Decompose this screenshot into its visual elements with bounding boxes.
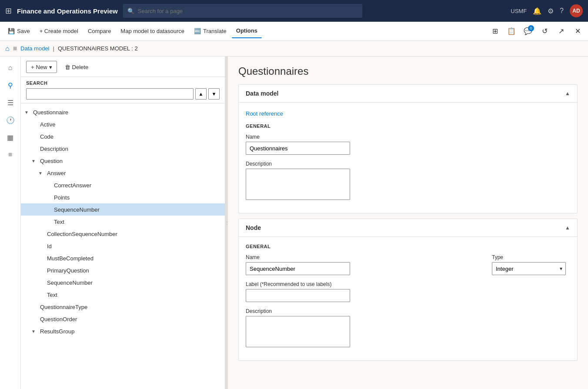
translate-icon: 🔤 (194, 28, 201, 34)
node-type-label: Type (492, 254, 570, 260)
node-label-form-group: Label (*Recommended to use labels) (246, 281, 481, 302)
root-reference-link[interactable]: Root reference (246, 110, 283, 117)
node-type-select-wrapper: IntegerStringBooleanRealDateDateTimeGUID… (492, 262, 566, 275)
avatar[interactable]: AD (570, 4, 583, 17)
node-name-form-group: Name (246, 254, 481, 275)
node-label-input[interactable] (246, 289, 350, 302)
options-button[interactable]: Options (232, 24, 262, 38)
tree-row[interactable]: ▼Question (21, 155, 225, 167)
tree-node-label: Questionnaire (31, 109, 68, 116)
cmd-bar-right: ⊞ 📋 💬 0 ↺ ↗ ✕ (488, 24, 585, 38)
search-bar[interactable]: 🔍 (123, 4, 362, 18)
name-input[interactable] (246, 142, 350, 155)
refresh-button[interactable]: ↺ (538, 24, 551, 38)
search-label: SEARCH (26, 80, 220, 86)
node-description-label: Description (246, 308, 481, 314)
help-icon[interactable]: ? (560, 7, 564, 15)
tree-row[interactable]: SequenceNumber (21, 276, 225, 289)
tree-toggle-icon: ▼ (31, 329, 38, 334)
create-model-button[interactable]: + Create model (35, 24, 83, 38)
tree-row[interactable]: ▼Answer (21, 167, 225, 179)
tree-row[interactable]: CorrectAnswer (21, 179, 225, 191)
description-textarea[interactable] (246, 169, 350, 200)
nav-icon[interactable]: ≡ (13, 45, 17, 53)
tree-row[interactable]: Text (21, 289, 225, 301)
open-new-button[interactable]: ↗ (554, 24, 568, 38)
tree-row[interactable]: CollectionSequenceNumber (21, 228, 225, 240)
tree-row[interactable]: Active (21, 118, 225, 130)
tree-node-label: Text (45, 292, 57, 298)
node-type-form-group: Type IntegerStringBooleanRealDateDateTim… (492, 254, 570, 275)
node-description-textarea[interactable] (246, 316, 350, 347)
recent-button[interactable]: 🕐 (3, 112, 18, 128)
data-model-section-title: Data model (246, 90, 278, 97)
view-button[interactable]: 📋 (504, 24, 518, 38)
grid-icon: ⊞ (5, 6, 12, 16)
tree-row[interactable]: QuestionnaireType (21, 301, 225, 313)
search-prev-button[interactable]: ▲ (195, 88, 207, 100)
list-button[interactable]: ≡ (3, 147, 18, 163)
plus-icon: + (31, 64, 34, 70)
apps-grid-button[interactable]: ⊞ (5, 6, 12, 16)
chevron-down-icon: ▾ (49, 64, 52, 70)
design-mode-button[interactable]: ⊞ (488, 24, 502, 38)
tree-row[interactable]: ▼Questionnaire (21, 106, 225, 118)
node-section-header[interactable]: Node ▲ (239, 219, 577, 237)
save-button[interactable]: 💾 Save (3, 24, 34, 38)
home-icon[interactable]: ⌂ (5, 45, 10, 53)
tree-row[interactable]: Id (21, 240, 225, 252)
top-bar-right: USMF 🔔 ⚙ ? AD (511, 4, 583, 17)
app-title: Finance and Operations Preview (17, 7, 118, 15)
tree-row[interactable]: Code (21, 130, 225, 143)
translate-button[interactable]: 🔤 Translate (190, 24, 231, 38)
compare-button[interactable]: Compare (84, 24, 115, 38)
notification-icon[interactable]: 🔔 (533, 7, 541, 15)
tree-row[interactable]: Text (21, 216, 225, 228)
home-nav-button[interactable]: ⌂ (3, 60, 18, 76)
tree-node-label: CollectionSequenceNumber (45, 231, 117, 237)
tree-row[interactable]: QuestionOrder (21, 313, 225, 325)
tree-content: ▼QuestionnaireActiveCodeDescription▼Ques… (21, 103, 225, 389)
tree-row[interactable]: Points (21, 191, 225, 203)
tree-toolbar: + New ▾ 🗑 Delete (21, 57, 225, 77)
data-model-section-body: Root reference GENERAL Name Description (239, 103, 577, 213)
delete-button[interactable]: 🗑 Delete (60, 61, 93, 73)
main-layout: ⌂ ⚲ ☰ 🕐 ▦ ≡ + New ▾ 🗑 Delete SEARCH ▲ ▼ (0, 57, 588, 389)
breadcrumb: ⌂ ≡ Data model | QUESTIONNAIRES MODEL : … (0, 41, 588, 57)
search-input[interactable] (138, 8, 358, 14)
page-title: Questionnaires (238, 65, 578, 77)
data-model-section-header[interactable]: Data model ▲ (239, 85, 577, 103)
breadcrumb-link[interactable]: Data model (20, 45, 49, 52)
tree-node-label: Description (38, 146, 68, 152)
new-button[interactable]: + New ▾ (26, 61, 57, 73)
tree-row[interactable]: Description (21, 143, 225, 155)
tree-row[interactable]: MustBeCompleted (21, 252, 225, 264)
tree-row[interactable]: PrimaryQuestion (21, 264, 225, 276)
map-model-button[interactable]: Map model to datasource (116, 24, 189, 38)
node-collapse-icon: ▲ (565, 225, 570, 231)
tree-node-label: PrimaryQuestion (45, 267, 89, 274)
node-general-label: GENERAL (246, 244, 570, 249)
tree-row[interactable]: ▼ResultsGroup (21, 325, 225, 337)
badge-count: 0 (528, 25, 534, 31)
node-name-input[interactable] (246, 262, 350, 275)
tree-search-input[interactable] (26, 88, 194, 100)
filter-button[interactable]: ⚲ (3, 77, 18, 93)
close-button[interactable]: ✕ (571, 24, 585, 38)
tree-node-label: Code (38, 133, 53, 140)
tree-toggle-icon: ▼ (38, 171, 45, 176)
search-next-button[interactable]: ▼ (208, 88, 220, 100)
menu-button[interactable]: ☰ (3, 95, 18, 110)
tasks-button[interactable]: 💬 0 (521, 24, 535, 38)
workspace-button[interactable]: ▦ (3, 130, 18, 145)
name-label: Name (246, 134, 570, 140)
tree-toggle-icon: ▼ (24, 110, 31, 115)
node-type-select[interactable]: IntegerStringBooleanRealDateDateTimeGUID… (492, 262, 566, 275)
tree-node-label: ResultsGroup (38, 328, 74, 335)
settings-icon[interactable]: ⚙ (548, 7, 554, 15)
node-description-form-group: Description (246, 308, 481, 347)
node-col-left: Name Label (*Recommended to use labels) … (246, 254, 481, 353)
tree-row[interactable]: SequenceNumber (21, 203, 225, 216)
name-form-group: Name (246, 134, 570, 155)
node-name-label: Name (246, 254, 481, 260)
